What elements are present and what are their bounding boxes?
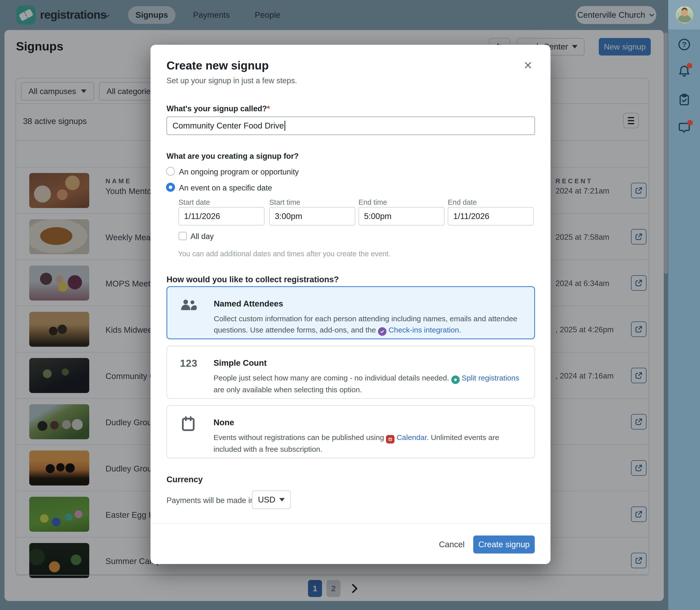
currency-value: USD [258, 495, 275, 504]
tasks-clipboard-icon[interactable] [677, 93, 691, 107]
check-ins-link[interactable]: Check-ins integration. [388, 326, 461, 334]
start-time-label: Start time [269, 198, 300, 207]
messages-chat-icon[interactable] [677, 121, 691, 134]
radio-event-label[interactable]: An event on a specific date [179, 183, 272, 193]
split-registrations-link[interactable]: Split registrations [462, 374, 519, 382]
option-description: People just select how many are coming -… [213, 372, 525, 395]
notification-dot [687, 63, 692, 68]
utility-rail: ? [668, 30, 700, 610]
notifications-bell-icon[interactable] [677, 64, 691, 78]
signup-name-label: What's your signup called?* [166, 104, 270, 113]
start-time-input[interactable]: 3:00pm [269, 207, 355, 225]
end-time-input[interactable]: 5:00pm [359, 207, 445, 225]
option-title: None [213, 418, 234, 427]
start-date-label: Start date [178, 198, 210, 207]
option-title: Simple Count [213, 358, 267, 368]
option-none[interactable]: None Events without registrations can be… [166, 405, 535, 458]
signup-name-value: Community Center Food Drive [173, 121, 284, 130]
option-title: Named Attendees [214, 299, 283, 308]
registrations-icon [451, 375, 460, 384]
123-icon: 123 [180, 358, 197, 369]
create-signup-modal: Create new signup ✕ Set up your signup i… [150, 45, 551, 564]
close-icon[interactable]: ✕ [521, 58, 535, 72]
option-description: Events without registrations can be publ… [213, 432, 525, 455]
signup-name-input[interactable]: Community Center Food Drive [166, 116, 535, 135]
collect-label: How would you like to collect registrati… [166, 275, 339, 284]
dropdown-caret-icon [279, 498, 285, 501]
text-caret [285, 121, 285, 131]
people-icon [179, 297, 197, 313]
modal-subtitle: Set up your signup in just a few steps. [166, 76, 297, 85]
currency-label: Currency [166, 475, 203, 484]
start-date-input[interactable]: 1/11/2026 [178, 207, 265, 225]
all-day-checkbox[interactable] [178, 232, 187, 240]
notification-dot [687, 120, 693, 126]
all-day-label[interactable]: All day [191, 232, 214, 241]
footer-divider [150, 523, 551, 524]
option-simple-count[interactable]: 123 Simple Count People just select how … [166, 346, 535, 399]
modal-title: Create new signup [166, 59, 269, 72]
end-time-label: End time [359, 198, 387, 207]
calendar-app-icon [386, 435, 395, 444]
end-date-label: End date [448, 198, 477, 207]
radio-ongoing-program[interactable] [166, 167, 175, 176]
dates-note: You can add additional dates and times a… [178, 250, 391, 258]
required-asterisk: * [267, 104, 270, 113]
calendar-link[interactable]: Calendar [397, 433, 427, 442]
radio-ongoing-label[interactable]: An ongoing program or opportunity [179, 167, 299, 177]
create-signup-button[interactable]: Create signup [473, 535, 535, 553]
app: registrations Signups Payments People Ce… [0, 0, 700, 610]
option-description: Collect custom information for each pers… [214, 313, 526, 336]
currency-prefix: Payments will be made in [166, 496, 255, 505]
end-date-input[interactable]: 1/11/2026 [448, 207, 534, 225]
signup-type-label: What are you creating a signup for? [166, 152, 299, 161]
calendar-icon [181, 415, 195, 432]
option-named-attendees[interactable]: Named Attendees Collect custom informati… [166, 286, 535, 339]
help-icon[interactable]: ? [677, 37, 691, 51]
avatar[interactable] [676, 6, 693, 23]
cancel-button[interactable]: Cancel [430, 535, 473, 553]
check-ins-icon [378, 327, 386, 336]
radio-specific-date[interactable] [166, 183, 175, 192]
currency-select[interactable]: USD [252, 491, 291, 509]
svg-text:?: ? [682, 41, 686, 48]
